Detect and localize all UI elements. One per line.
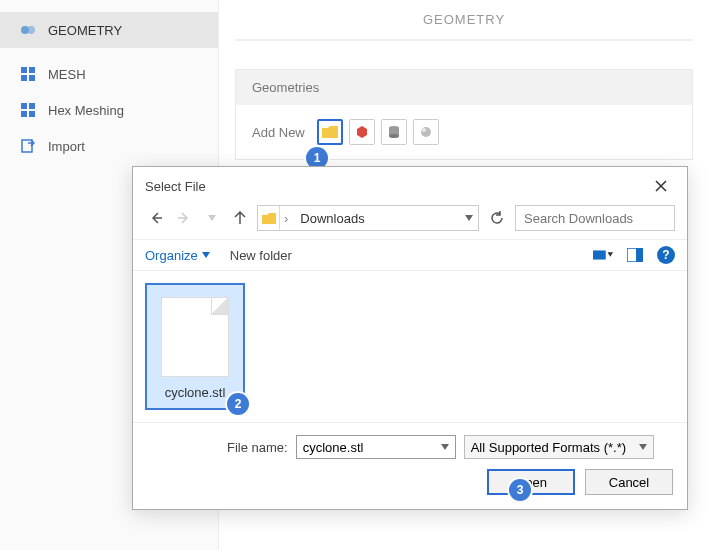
svg-rect-18 (636, 248, 643, 262)
organize-button[interactable]: Organize (145, 248, 210, 263)
add-new-label: Add New (252, 125, 305, 140)
svg-point-13 (389, 134, 399, 138)
add-sphere-button[interactable] (413, 119, 439, 145)
file-name: cyclone.stl (153, 385, 237, 400)
chevron-down-icon (639, 444, 647, 450)
filter-dropdown[interactable]: All Supported Formats (*.*) (464, 435, 654, 459)
filename-label: File name: (227, 440, 288, 455)
svg-rect-3 (29, 67, 35, 73)
chevron-down-icon (441, 444, 449, 450)
chevron-right-icon: › (280, 211, 292, 226)
add-cube-button[interactable] (349, 119, 375, 145)
svg-rect-8 (21, 111, 27, 117)
hex-icon (20, 102, 36, 118)
svg-rect-6 (21, 103, 27, 109)
breadcrumb-dropdown[interactable] (460, 215, 478, 221)
back-button[interactable] (145, 207, 167, 229)
geometries-panel: Geometries Add New (235, 69, 693, 160)
svg-rect-9 (29, 111, 35, 117)
search-input[interactable] (515, 205, 675, 231)
dialog-title: Select File (145, 179, 206, 194)
import-icon (20, 138, 36, 154)
mesh-icon (20, 66, 36, 82)
file-list: cyclone.stl 2 (133, 271, 687, 422)
breadcrumb-bar[interactable]: › Downloads (257, 205, 479, 231)
refresh-button[interactable] (485, 205, 509, 231)
file-dialog: Select File › Downloads (132, 166, 688, 510)
add-folder-button[interactable] (317, 119, 343, 145)
sidebar-item-hex-meshing[interactable]: Hex Meshing (0, 92, 218, 128)
sidebar-label: GEOMETRY (48, 23, 122, 38)
file-item[interactable]: cyclone.stl (145, 283, 245, 410)
page-title: GEOMETRY (235, 0, 693, 41)
svg-rect-16 (593, 250, 606, 259)
preview-pane-button[interactable] (625, 246, 645, 264)
sidebar-label: MESH (48, 67, 86, 82)
sidebar-label: Hex Meshing (48, 103, 124, 118)
add-cylinder-button[interactable] (381, 119, 407, 145)
view-button[interactable] (593, 246, 613, 264)
help-button[interactable]: ? (657, 246, 675, 264)
sidebar-label: Import (48, 139, 85, 154)
svg-rect-5 (29, 75, 35, 81)
filename-input[interactable]: cyclone.stl (296, 435, 456, 459)
svg-point-14 (421, 127, 431, 137)
up-button[interactable] (229, 207, 251, 229)
panel-title: Geometries (236, 70, 692, 105)
file-thumbnail-icon (161, 297, 229, 377)
sidebar-item-import[interactable]: Import (0, 128, 218, 164)
svg-point-1 (27, 26, 35, 34)
forward-button[interactable] (173, 207, 195, 229)
sidebar-item-geometry[interactable]: GEOMETRY (0, 12, 218, 48)
recent-dropdown[interactable] (201, 207, 223, 229)
folder-icon (258, 206, 280, 230)
geometry-icon (20, 22, 36, 38)
open-button[interactable]: Open (487, 469, 575, 495)
svg-rect-4 (21, 75, 27, 81)
close-button[interactable] (647, 175, 675, 197)
cancel-button[interactable]: Cancel (585, 469, 673, 495)
breadcrumb-text: Downloads (292, 211, 460, 226)
sidebar-item-mesh[interactable]: MESH (0, 56, 218, 92)
svg-rect-2 (21, 67, 27, 73)
svg-rect-10 (22, 140, 32, 152)
svg-rect-7 (29, 103, 35, 109)
new-folder-button[interactable]: New folder (230, 248, 292, 263)
svg-point-15 (422, 128, 426, 132)
